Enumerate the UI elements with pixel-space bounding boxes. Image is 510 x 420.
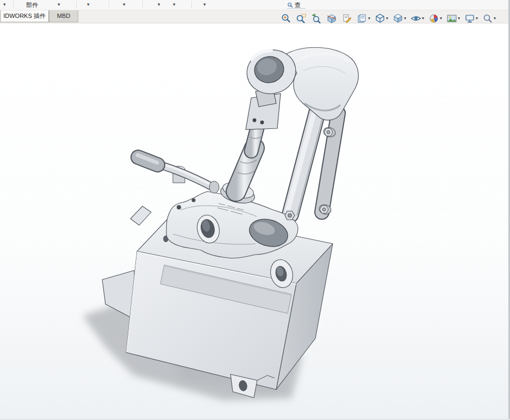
toolbar-separator [76, 1, 77, 8]
toolbar-separator [142, 1, 143, 8]
viewport-canvas[interactable] [0, 23, 510, 420]
view-settings-button[interactable]: ▾ [463, 13, 479, 24]
annotation-view-button[interactable] [340, 13, 353, 24]
previous-view-icon [311, 13, 322, 24]
chevron-down-icon[interactable]: ▾ [476, 16, 478, 21]
annotation-view-icon [341, 13, 352, 24]
apply-scene-button[interactable]: ▾ [445, 13, 461, 24]
toolbar-separator [13, 1, 14, 8]
display-style-button[interactable]: ▾ [391, 13, 407, 24]
chevron-down-icon[interactable]: ▾ [404, 16, 406, 21]
tab-solidworks-addins[interactable]: IDWORKS 插件 [0, 10, 49, 22]
graphics-area[interactable] [0, 23, 510, 420]
model-handle-arm[interactable] [284, 47, 358, 120]
component-menu-label[interactable]: 部件 [26, 1, 38, 9]
chevron-down-icon[interactable]: ▾ [440, 16, 442, 21]
eye-icon [411, 13, 421, 24]
toolbar-dropdown-caret[interactable]: ▾ [58, 2, 60, 7]
chevron-down-icon[interactable]: ▾ [368, 16, 370, 21]
appearance-ball-icon [428, 13, 439, 24]
toolbar-dropdown-caret[interactable]: ▾ [203, 2, 206, 7]
search-icon [287, 2, 293, 8]
model-link-bars[interactable] [287, 107, 338, 215]
annotation-pages-button[interactable]: ▾ [356, 13, 371, 24]
zoom-to-area-icon [296, 13, 307, 24]
display-style-icon [393, 13, 403, 24]
previous-view-button[interactable] [310, 13, 323, 24]
chevron-down-icon[interactable]: ▾ [458, 16, 460, 21]
magnifier-icon [482, 13, 493, 24]
toolbar-separator [109, 1, 109, 8]
view-orientation-cube-icon [375, 13, 385, 24]
model-handle-rod[interactable] [138, 155, 219, 193]
toolbar-dropdown-caret[interactable]: ▾ [87, 2, 90, 7]
chevron-down-icon[interactable]: ▾ [494, 16, 496, 21]
top-toolbar: ▾ 部件 ▾ ▾ ▾ ▾ ▾ ▾ 查 [0, 0, 510, 10]
scene-photo-icon [446, 13, 457, 24]
toolbar-dropdown-caret[interactable]: ▾ [173, 2, 176, 7]
monitor-icon [464, 13, 475, 24]
section-view-button[interactable] [325, 13, 338, 24]
model-3d-hand-pump[interactable] [83, 46, 358, 400]
toolbar-separator [191, 1, 192, 8]
annotation-pages-icon [357, 13, 368, 24]
heads-up-view-toolbar: ▾ ▾ ▾ ▾ ▾ [279, 12, 497, 25]
search-underline [287, 8, 306, 9]
hide-show-items-button[interactable]: ▾ [409, 13, 425, 24]
toolbar-dropdown-caret[interactable]: ▾ [3, 2, 6, 7]
magnifier-button[interactable]: ▾ [481, 13, 497, 24]
chevron-down-icon[interactable]: ▾ [422, 16, 424, 21]
toolbar-dropdown-caret[interactable]: ▾ [123, 2, 126, 7]
tab-mbd[interactable]: MBD [49, 10, 78, 22]
model-top-ring[interactable] [243, 46, 300, 129]
toolbar-dropdown-caret[interactable]: ▾ [158, 2, 160, 7]
zoom-to-area-button[interactable] [295, 13, 308, 24]
view-orientation-button[interactable]: ▾ [374, 13, 389, 24]
edit-appearance-button[interactable]: ▾ [427, 13, 443, 24]
section-view-icon [326, 13, 337, 24]
chevron-down-icon[interactable]: ▾ [386, 16, 388, 21]
zoom-to-fit-icon [281, 13, 291, 24]
zoom-to-fit-button[interactable] [279, 13, 293, 24]
